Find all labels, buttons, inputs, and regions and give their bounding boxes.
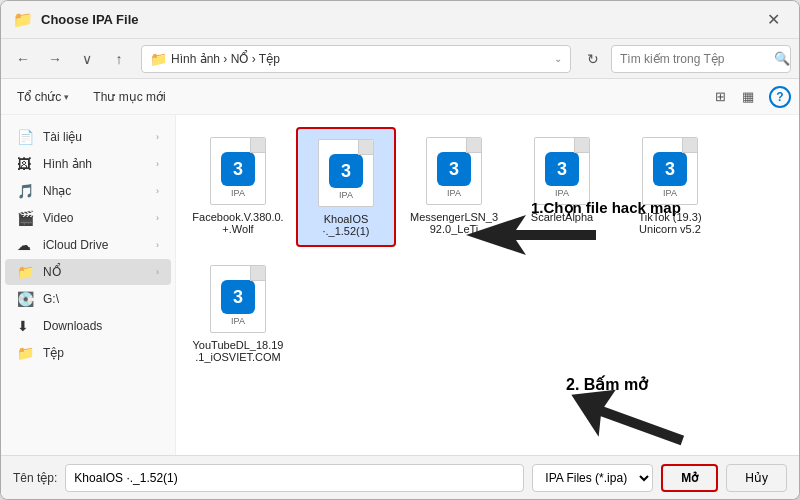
toolbar: Tổ chức ▾ Thư mục mới ⊞ ▦ ? xyxy=(1,79,799,115)
file-badge: 3 xyxy=(221,152,255,186)
search-box: 🔍 xyxy=(611,45,791,73)
file-icon-wrapper: 3 IPA xyxy=(422,135,486,207)
folder-icon: 📁 xyxy=(150,51,167,67)
filename-label: Tên tệp: xyxy=(13,471,57,485)
sidebar-label-no: NỔ xyxy=(43,265,148,279)
file-page: 3 IPA xyxy=(210,137,266,205)
sidebar-label-g-drive: G:\ xyxy=(43,292,159,306)
file-badge: 3 xyxy=(653,152,687,186)
main-content: 📄 Tài liệu › 🖼 Hình ảnh › 🎵 Nhạc › 🎬 Vid… xyxy=(1,115,799,455)
sidebar: 📄 Tài liệu › 🖼 Hình ảnh › 🎵 Nhạc › 🎬 Vid… xyxy=(1,115,176,455)
file-name: MessengerLSN_3 92.0_LeTi xyxy=(408,211,500,235)
sidebar-arrow-video: › xyxy=(156,213,159,223)
sidebar-label-tep: Tệp xyxy=(43,346,159,360)
sidebar-icon-video: 🎬 xyxy=(17,210,35,226)
file-item-youtube[interactable]: 3 IPA YouTubeDL_18.19 .1_iOSVIET.COM xyxy=(188,255,288,371)
sidebar-label-tai-lieu: Tài liệu xyxy=(43,130,148,144)
sidebar-label-downloads: Downloads xyxy=(43,319,159,333)
search-input[interactable] xyxy=(620,52,770,66)
sidebar-item-no[interactable]: 📁 NỔ › xyxy=(5,259,171,285)
file-badge: 3 xyxy=(437,152,471,186)
sidebar-arrow-tai-lieu: › xyxy=(156,132,159,142)
file-icon-wrapper: 3 IPA xyxy=(206,135,270,207)
file-name: KhoaIOS ·._1.52(1) xyxy=(302,213,390,237)
file-badge: 3 xyxy=(329,154,363,188)
sidebar-icon-icloud-drive: ☁ xyxy=(17,237,35,253)
breadcrumb-dropdown-icon: ⌄ xyxy=(554,53,562,64)
sidebar-item-hinh-anh[interactable]: 🖼 Hình ảnh › xyxy=(5,151,171,177)
file-page: 3 IPA xyxy=(642,137,698,205)
file-type-label: IPA xyxy=(447,188,461,198)
file-name: Facebook.V.380.0.+.Wolf xyxy=(192,211,284,235)
file-item-khoaios[interactable]: 3 IPA KhoaIOS ·._1.52(1) xyxy=(296,127,396,247)
arrow2 xyxy=(561,376,691,455)
back-button[interactable]: ← xyxy=(9,45,37,73)
sidebar-label-video: Video xyxy=(43,211,148,225)
title-bar: 📁 Choose IPA File ✕ xyxy=(1,1,799,39)
address-bar[interactable]: 📁 Hình ảnh › NỔ › Tệp ⌄ xyxy=(141,45,571,73)
file-page: 3 IPA xyxy=(534,137,590,205)
search-icon: 🔍 xyxy=(774,51,790,66)
organize-button[interactable]: Tổ chức ▾ xyxy=(9,87,77,107)
sidebar-icon-tai-lieu: 📄 xyxy=(17,129,35,145)
sidebar-item-g-drive[interactable]: 💽 G:\ xyxy=(5,286,171,312)
sidebar-item-tai-lieu[interactable]: 📄 Tài liệu › xyxy=(5,124,171,150)
file-icon-wrapper: 3 IPA xyxy=(314,137,378,209)
refresh-button[interactable]: ↻ xyxy=(579,45,607,73)
nav-bar: ← → ∨ ↑ 📁 Hình ảnh › NỔ › Tệp ⌄ ↻ 🔍 xyxy=(1,39,799,79)
sidebar-item-tep[interactable]: 📁 Tệp xyxy=(5,340,171,366)
file-item-messenger[interactable]: 3 IPA MessengerLSN_3 92.0_LeTi xyxy=(404,127,504,247)
sidebar-label-icloud-drive: iCloud Drive xyxy=(43,238,148,252)
view-list-button[interactable]: ▦ xyxy=(735,84,761,110)
sidebar-icon-no: 📁 xyxy=(17,264,35,280)
file-type-label: IPA xyxy=(663,188,677,198)
sidebar-item-nhac[interactable]: 🎵 Nhạc › xyxy=(5,178,171,204)
file-icon-wrapper: 3 IPA xyxy=(206,263,270,335)
file-type-label: IPA xyxy=(555,188,569,198)
sidebar-label-hinh-anh: Hình ảnh xyxy=(43,157,148,171)
sidebar-arrow-nhac: › xyxy=(156,186,159,196)
help-button[interactable]: ? xyxy=(769,86,791,108)
file-icon-wrapper: 3 IPA xyxy=(530,135,594,207)
sidebar-icon-downloads: ⬇ xyxy=(17,318,35,334)
title-icon: 📁 xyxy=(13,10,33,29)
file-item-facebook[interactable]: 3 IPA Facebook.V.380.0.+.Wolf xyxy=(188,127,288,247)
open-button[interactable]: Mở xyxy=(661,464,718,492)
sidebar-label-nhac: Nhạc xyxy=(43,184,148,198)
new-folder-button[interactable]: Thư mục mới xyxy=(85,87,173,107)
sidebar-icon-hinh-anh: 🖼 xyxy=(17,156,35,172)
sidebar-item-downloads[interactable]: ⬇ Downloads xyxy=(5,313,171,339)
file-page: 3 IPA xyxy=(426,137,482,205)
file-icon-wrapper: 3 IPA xyxy=(638,135,702,207)
up-button[interactable]: ↑ xyxy=(105,45,133,73)
file-name: YouTubeDL_18.19 .1_iOSVIET.COM xyxy=(192,339,284,363)
sidebar-arrow-icloud-drive: › xyxy=(156,240,159,250)
forward-button[interactable]: → xyxy=(41,45,69,73)
dropdown-button[interactable]: ∨ xyxy=(73,45,101,73)
file-grid: 3 IPA Facebook.V.380.0.+.Wolf 3 IPA Khoa… xyxy=(188,127,787,371)
sidebar-icon-tep: 📁 xyxy=(17,345,35,361)
file-badge: 3 xyxy=(221,280,255,314)
organize-dropdown-icon: ▾ xyxy=(64,92,69,102)
file-type-label: IPA xyxy=(231,316,245,326)
file-page: 3 IPA xyxy=(210,265,266,333)
file-item-scarlet[interactable]: 3 IPA ScarletAlpha xyxy=(512,127,612,247)
sidebar-item-icloud-drive[interactable]: ☁ iCloud Drive › xyxy=(5,232,171,258)
choose-ipa-dialog: 📁 Choose IPA File ✕ ← → ∨ ↑ 📁 Hình ảnh ›… xyxy=(0,0,800,500)
file-item-tiktok[interactable]: 3 IPA TikTok (19.3) Unicorn v5.2 xyxy=(620,127,720,247)
file-badge: 3 xyxy=(545,152,579,186)
view-grid-button[interactable]: ⊞ xyxy=(707,84,733,110)
file-type-select[interactable]: IPA Files (*.ipa) xyxy=(532,464,653,492)
sidebar-icon-g-drive: 💽 xyxy=(17,291,35,307)
filename-input[interactable] xyxy=(65,464,524,492)
sidebar-item-video[interactable]: 🎬 Video › xyxy=(5,205,171,231)
sidebar-arrow-no: › xyxy=(156,267,159,277)
file-type-label: IPA xyxy=(231,188,245,198)
file-type-label: IPA xyxy=(339,190,353,200)
view-icons: ⊞ ▦ xyxy=(707,84,761,110)
file-name: ScarletAlpha xyxy=(531,211,593,223)
sidebar-arrow-hinh-anh: › xyxy=(156,159,159,169)
step2-text: 2. Bấm mở xyxy=(566,375,649,393)
cancel-button[interactable]: Hủy xyxy=(726,464,787,492)
close-button[interactable]: ✕ xyxy=(759,6,787,34)
